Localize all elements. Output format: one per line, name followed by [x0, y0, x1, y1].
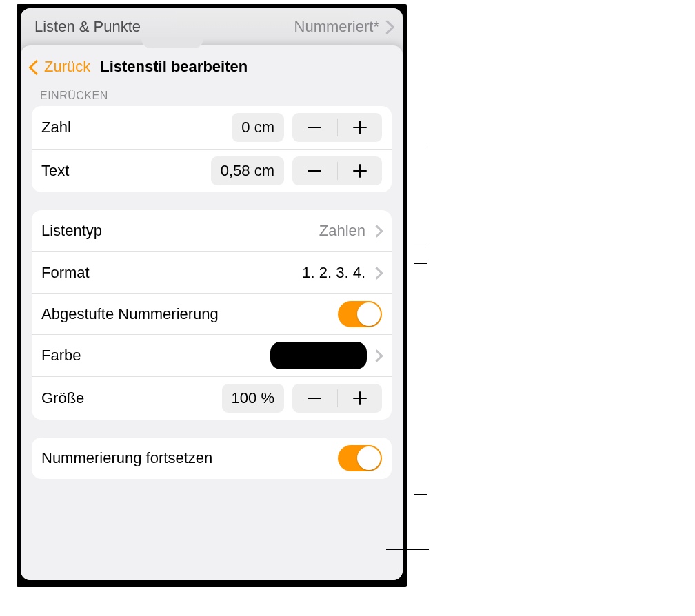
indent-number-label: Zahl [41, 119, 71, 136]
indent-text-value: 0,58 cm [211, 156, 284, 185]
callout-lead-continue [386, 549, 429, 550]
list-type-value: Zahlen [319, 222, 365, 240]
indent-text-row: Text 0,58 cm [32, 149, 392, 192]
size-row: Größe 100 % [32, 376, 392, 420]
size-decrease-button[interactable] [292, 384, 337, 413]
size-label: Größe [41, 389, 84, 407]
indent-text-increase-button[interactable] [338, 156, 383, 185]
indent-text-label: Text [41, 162, 69, 180]
toggle-knob [357, 446, 381, 470]
indent-group: Zahl 0 cm Text 0,58 cm [32, 106, 392, 192]
sheet-notch [141, 39, 203, 48]
lists-bullets-value: Nummeriert* [294, 18, 379, 36]
format-value: 1. 2. 3. 4. [302, 264, 365, 282]
indent-number-row: Zahl 0 cm [32, 106, 392, 149]
chevron-right-icon [383, 20, 392, 34]
sheet-nav: Zurück Listenstil bearbeiten [21, 45, 403, 90]
tiered-numbering-row: Abgestufte Nummerierung [32, 293, 392, 334]
callout-bracket-indent [414, 147, 427, 243]
chevron-left-icon[interactable] [28, 59, 39, 75]
list-type-label: Listentyp [41, 222, 102, 240]
format-row[interactable]: Format 1. 2. 3. 4. [32, 251, 392, 293]
indent-number-decrease-button[interactable] [292, 113, 337, 142]
color-swatch [270, 342, 367, 369]
indent-section-header: EINRÜCKEN [21, 90, 403, 106]
continue-group: Nummerierung fortsetzen [32, 438, 392, 479]
screenshot-frame: Listen & Punkte Nummeriert* Zurück Liste… [17, 4, 407, 587]
chevron-right-icon [374, 224, 382, 238]
color-label: Farbe [41, 347, 81, 365]
chevron-right-icon [374, 349, 382, 362]
indent-number-value: 0 cm [232, 113, 284, 142]
color-row[interactable]: Farbe [32, 334, 392, 376]
list-type-row[interactable]: Listentyp Zahlen [32, 210, 392, 251]
sheet-title: Listenstil bearbeiten [100, 58, 248, 76]
size-increase-button[interactable] [338, 384, 383, 413]
continue-numbering-label: Nummerierung fortsetzen [41, 449, 212, 467]
edit-list-style-sheet: Zurück Listenstil bearbeiten EINRÜCKEN Z… [21, 45, 403, 580]
continue-numbering-toggle[interactable] [338, 445, 382, 471]
indent-text-stepper [292, 156, 382, 185]
lists-bullets-label: Listen & Punkte [34, 18, 141, 36]
size-value: 100 % [222, 384, 284, 413]
continue-numbering-row: Nummerierung fortsetzen [32, 438, 392, 479]
indent-text-decrease-button[interactable] [292, 156, 337, 185]
callout-bracket-list [414, 263, 427, 495]
indent-number-increase-button[interactable] [338, 113, 383, 142]
chevron-right-icon [374, 266, 382, 280]
tiered-numbering-label: Abgestufte Nummerierung [41, 305, 219, 323]
format-panel: Listen & Punkte Nummeriert* Zurück Liste… [21, 8, 403, 580]
format-label: Format [41, 264, 90, 282]
indent-number-stepper [292, 113, 382, 142]
lists-bullets-value-wrap: Nummeriert* [294, 18, 392, 36]
tiered-numbering-toggle[interactable] [338, 301, 382, 327]
list-options-group: Listentyp Zahlen Format 1. 2. 3. 4. Abge… [32, 210, 392, 420]
lists-bullets-row[interactable]: Listen & Punkte Nummeriert* [21, 8, 403, 47]
toggle-knob [357, 302, 381, 326]
size-stepper [292, 384, 382, 413]
back-button[interactable]: Zurück [44, 58, 90, 76]
